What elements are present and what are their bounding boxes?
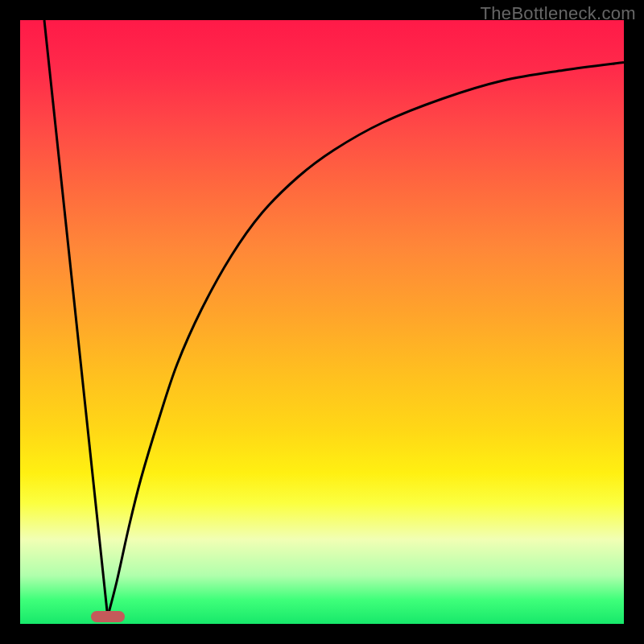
right-curve [108, 63, 624, 617]
optimal-marker [91, 611, 125, 622]
chart-frame: TheBottleneck.com [0, 0, 644, 644]
left-line [44, 20, 108, 617]
watermark-text: TheBottleneck.com [481, 3, 636, 24]
curve-svg [20, 20, 624, 624]
plot-area [20, 20, 624, 624]
